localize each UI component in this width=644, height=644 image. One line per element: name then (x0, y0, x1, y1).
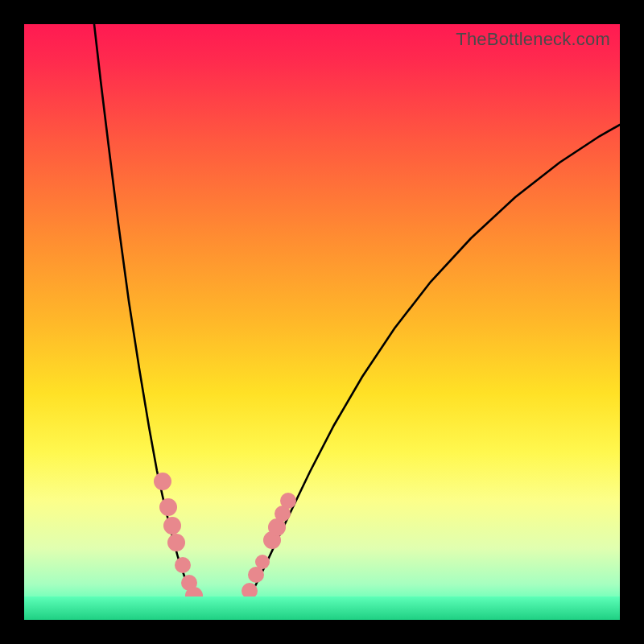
watermark-text: TheBottleneck.com (456, 29, 610, 50)
gradient-background (24, 24, 620, 620)
svg-rect-0 (24, 24, 620, 620)
green-floor-band (24, 597, 620, 620)
outer-frame: TheBottleneck.com (0, 0, 644, 644)
plot-area: TheBottleneck.com (24, 24, 620, 620)
